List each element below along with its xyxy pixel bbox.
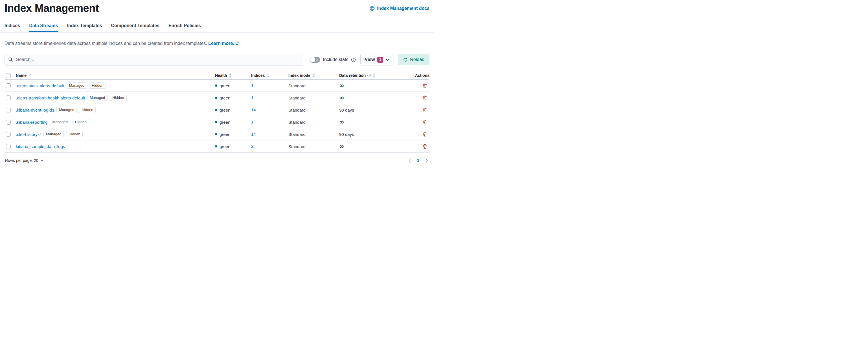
tab-data-streams[interactable]: Data Streams <box>29 23 58 32</box>
row-checkbox[interactable] <box>6 120 11 124</box>
header-name-label: Name <box>16 73 27 78</box>
header-indices[interactable]: Indices <box>251 73 288 78</box>
data-retention-cell: 90 days <box>339 108 401 112</box>
health-cell: green <box>215 95 251 100</box>
indices-count-link[interactable]: 2 <box>251 144 253 149</box>
row-select-cell <box>4 132 16 137</box>
tab-index-templates[interactable]: Index Templates <box>67 23 102 32</box>
data-stream-name-link[interactable]: .kibana-reporting <box>16 120 48 124</box>
header-index-mode[interactable]: Index mode <box>288 73 339 78</box>
data-stream-name-link[interactable]: .slm-history-7 <box>16 132 41 137</box>
name-cell: kibana_sample_data_logs <box>16 144 215 149</box>
include-stats-help-icon[interactable]: ? <box>351 57 356 62</box>
page-number-1[interactable]: 1 <box>416 158 420 163</box>
name-cell: .kibana-reporting ManagedHidden <box>16 119 215 125</box>
search-input[interactable] <box>4 54 303 65</box>
chevron-down-icon <box>40 159 43 162</box>
header-actions: Actions <box>401 73 430 78</box>
indices-count-link[interactable]: 1 <box>251 119 253 124</box>
reload-button[interactable]: Reload <box>398 54 430 65</box>
badge-managed: Managed <box>87 95 107 101</box>
select-all-cell <box>4 73 16 78</box>
indices-cell: 14 <box>251 132 288 137</box>
table-header-row: Name Health Indices <box>4 72 430 80</box>
table-row: .alerts-transform.health.alerts-default … <box>4 92 430 104</box>
include-stats-toggle[interactable] <box>310 57 320 63</box>
table-row: .kibana-event-log-ds ManagedHidden green… <box>4 104 430 116</box>
sort-ascending-icon <box>28 74 32 78</box>
row-checkbox[interactable] <box>6 83 11 88</box>
toggle-off-x-icon <box>316 59 318 61</box>
indices-cell: 2 <box>251 144 288 149</box>
indices-count-link[interactable]: 14 <box>251 132 256 137</box>
delete-trash-icon[interactable] <box>422 119 428 125</box>
data-retention-cell: ∞ <box>339 120 401 124</box>
row-checkbox[interactable] <box>6 144 11 149</box>
docs-link[interactable]: Index Management docs <box>370 6 430 11</box>
data-stream-name-link[interactable]: kibana_sample_data_logs <box>16 144 65 149</box>
actions-cell <box>401 107 430 113</box>
index-mode-cell: Standard <box>288 108 339 112</box>
delete-trash-icon[interactable] <box>422 131 428 137</box>
delete-trash-icon[interactable] <box>422 143 428 149</box>
sortable-icon <box>266 73 270 78</box>
header-index-mode-label: Index mode <box>288 73 310 78</box>
view-button[interactable]: View 1 <box>360 54 393 65</box>
rows-per-page-label: Rows per page: 20 <box>5 158 38 163</box>
badge-hidden: Hidden <box>110 95 126 101</box>
select-all-checkbox[interactable] <box>6 73 11 78</box>
row-checkbox[interactable] <box>6 132 11 137</box>
data-retention-cell: ∞ <box>339 144 401 148</box>
table-body: .alerts-stack.alerts-default ManagedHidd… <box>4 80 430 152</box>
actions-cell <box>401 119 430 125</box>
pagination: 1 <box>407 158 430 164</box>
indices-count-link[interactable]: 1 <box>251 95 253 100</box>
badge-group: ManagedHidden <box>87 95 126 101</box>
header-name[interactable]: Name <box>16 73 215 78</box>
actions-cell <box>401 95 430 101</box>
table-row: .alerts-stack.alerts-default ManagedHidd… <box>4 80 430 92</box>
delete-trash-icon[interactable] <box>422 83 428 89</box>
row-checkbox[interactable] <box>6 108 11 112</box>
delete-trash-icon[interactable] <box>422 107 428 113</box>
health-dot-icon <box>215 96 217 99</box>
data-stream-name-link[interactable]: .alerts-transform.health.alerts-default <box>16 95 85 100</box>
row-select-cell <box>4 120 16 124</box>
row-select-cell <box>4 83 16 88</box>
health-dot-icon <box>215 109 217 111</box>
next-page-icon[interactable] <box>425 158 429 164</box>
index-mode-cell: Standard <box>288 95 339 100</box>
header-health[interactable]: Health <box>215 73 251 78</box>
include-stats-group: Include stats ? <box>308 57 356 63</box>
learn-more-label: Learn more. <box>208 41 234 46</box>
badge-group: ManagedHidden <box>50 119 89 125</box>
help-lifebuoy-icon <box>370 6 375 11</box>
index-mode-cell: Standard <box>288 120 339 124</box>
data-retention-cell: ∞ <box>339 84 401 88</box>
index-mode-cell: Standard <box>288 144 339 149</box>
badge-managed: Managed <box>56 107 77 113</box>
learn-more-link[interactable]: Learn more. <box>208 41 239 46</box>
row-select-cell <box>4 108 16 112</box>
header-actions-label: Actions <box>415 73 430 78</box>
sortable-icon <box>228 73 232 78</box>
header-data-retention[interactable]: Data retention ? <box>339 73 401 78</box>
tab-component-templates[interactable]: Component Templates <box>111 23 159 32</box>
row-select-cell <box>4 95 16 100</box>
indices-count-link[interactable]: 14 <box>251 107 256 112</box>
indices-count-link[interactable]: 1 <box>251 83 253 88</box>
data-stream-name-link[interactable]: .alerts-stack.alerts-default <box>16 83 64 88</box>
table-footer: Rows per page: 20 1 <box>0 157 434 164</box>
tab-indices[interactable]: Indices <box>4 23 20 32</box>
tab-enrich-policies[interactable]: Enrich Policies <box>168 23 201 32</box>
delete-trash-icon[interactable] <box>422 95 428 101</box>
question-circle-icon: ? <box>367 74 371 77</box>
previous-page-icon[interactable] <box>407 158 412 164</box>
rows-per-page-button[interactable]: Rows per page: 20 <box>4 157 44 164</box>
name-cell: .kibana-event-log-ds ManagedHidden <box>16 107 215 113</box>
badge-hidden: Hidden <box>66 131 83 137</box>
data-stream-name-link[interactable]: .kibana-event-log-ds <box>16 108 54 112</box>
row-checkbox[interactable] <box>6 95 11 100</box>
health-label: green <box>220 108 230 112</box>
actions-cell <box>401 143 430 149</box>
